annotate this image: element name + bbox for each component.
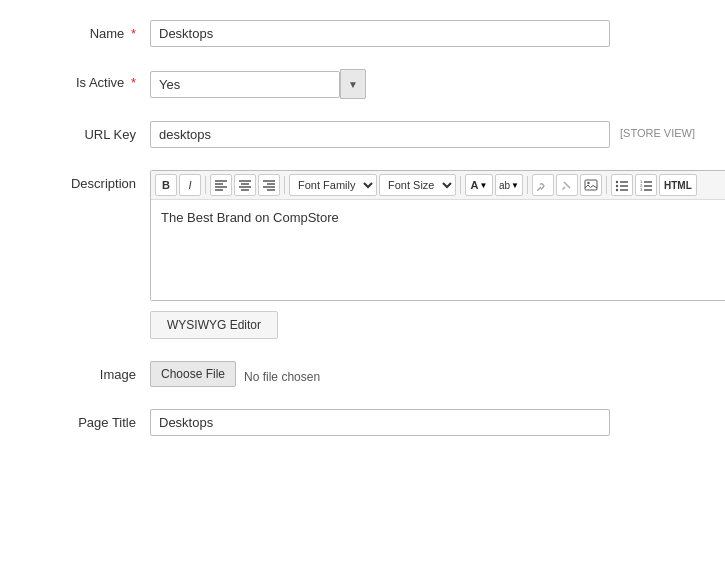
align-center-button[interactable] [234,174,256,196]
page-title-field [150,409,695,436]
svg-point-17 [616,185,618,187]
is-active-label: Is Active * [30,69,150,90]
name-label: Name * [30,20,150,41]
description-row: Description B I [30,170,695,339]
description-label: Description [30,170,150,191]
font-family-select[interactable]: Font Family [289,174,377,196]
bold-button[interactable]: B [155,174,177,196]
font-color-icon: A [471,179,479,191]
page-title-label: Page Title [30,409,150,430]
bold-label: B [162,179,170,191]
link-button[interactable] [532,174,554,196]
url-key-input[interactable] [150,121,610,148]
is-active-dropdown-btn[interactable]: ▼ [340,69,366,99]
name-field [150,20,695,47]
is-active-select-wrapper: ▼ [150,69,366,99]
font-color-button[interactable]: A ▼ [465,174,493,196]
form-container: Name * Is Active * ▼ URL Key [0,0,725,478]
svg-point-19 [616,189,618,191]
toolbar-separator-5 [606,176,607,194]
unordered-list-icon [615,178,629,192]
is-active-label-text: Is Active [76,75,124,90]
description-editor-content[interactable]: The Best Brand on CompStore [151,200,725,300]
store-view-label: [STORE VIEW] [620,127,695,139]
chevron-down-icon-color: ▼ [480,181,488,190]
svg-point-14 [587,182,589,184]
no-file-text: No file chosen [244,365,320,384]
wysiwyg-editor-wrapper: B I [150,170,725,301]
url-key-wrapper: [STORE VIEW] [150,121,695,148]
toolbar-separator-3 [460,176,461,194]
image-row: Image Choose File No file chosen [30,361,695,387]
is-active-field: ▼ [150,69,695,99]
svg-point-15 [616,181,618,183]
page-title-label-text: Page Title [78,415,136,430]
page-title-input[interactable] [150,409,610,436]
insert-image-button[interactable] [580,174,602,196]
is-active-input[interactable] [150,71,340,98]
italic-label: I [188,179,191,191]
choose-file-label: Choose File [161,367,225,381]
italic-button[interactable]: I [179,174,201,196]
choose-file-button[interactable]: Choose File [150,361,236,387]
ordered-list-button[interactable]: 1. 2. 3. [635,174,657,196]
toolbar-separator-1 [205,176,206,194]
image-label-text: Image [100,367,136,382]
ordered-list-icon: 1. 2. 3. [639,178,653,192]
svg-text:3.: 3. [640,187,643,192]
page-title-row: Page Title [30,409,695,436]
description-label-text: Description [71,176,136,191]
unlink-button[interactable] [556,174,578,196]
toolbar-separator-2 [284,176,285,194]
description-content-text: The Best Brand on CompStore [161,210,339,225]
name-row: Name * [30,20,695,47]
unlink-icon [560,178,574,192]
wysiwyg-button-label: WYSIWYG Editor [167,318,261,332]
name-required-star: * [131,26,136,41]
url-key-row: URL Key [STORE VIEW] [30,121,695,148]
font-size-select[interactable]: Font Size [379,174,456,196]
name-label-text: Name [90,26,125,41]
highlight-icon: ab [499,180,510,191]
is-active-required-star: * [131,75,136,90]
toolbar-separator-4 [527,176,528,194]
insert-image-icon [584,178,598,192]
description-field: B I [150,170,725,339]
url-key-field: [STORE VIEW] [150,121,695,148]
svg-rect-13 [585,180,597,190]
align-center-icon [238,178,252,192]
is-active-row: Is Active * ▼ [30,69,695,99]
align-right-icon [262,178,276,192]
highlight-color-button[interactable]: ab ▼ [495,174,523,196]
url-key-label-text: URL Key [84,127,136,142]
editor-toolbar: B I [151,171,725,200]
url-key-label: URL Key [30,121,150,142]
align-left-icon [214,178,228,192]
wysiwyg-editor-button[interactable]: WYSIWYG Editor [150,311,278,339]
chevron-down-icon-highlight: ▼ [511,181,519,190]
image-label: Image [30,361,150,382]
align-right-button[interactable] [258,174,280,196]
unordered-list-button[interactable] [611,174,633,196]
html-icon: HTML [664,180,692,191]
chevron-down-icon: ▼ [348,79,358,90]
name-input[interactable] [150,20,610,47]
html-source-button[interactable]: HTML [659,174,697,196]
align-left-button[interactable] [210,174,232,196]
link-icon [536,178,550,192]
image-field: Choose File No file chosen [150,361,695,387]
